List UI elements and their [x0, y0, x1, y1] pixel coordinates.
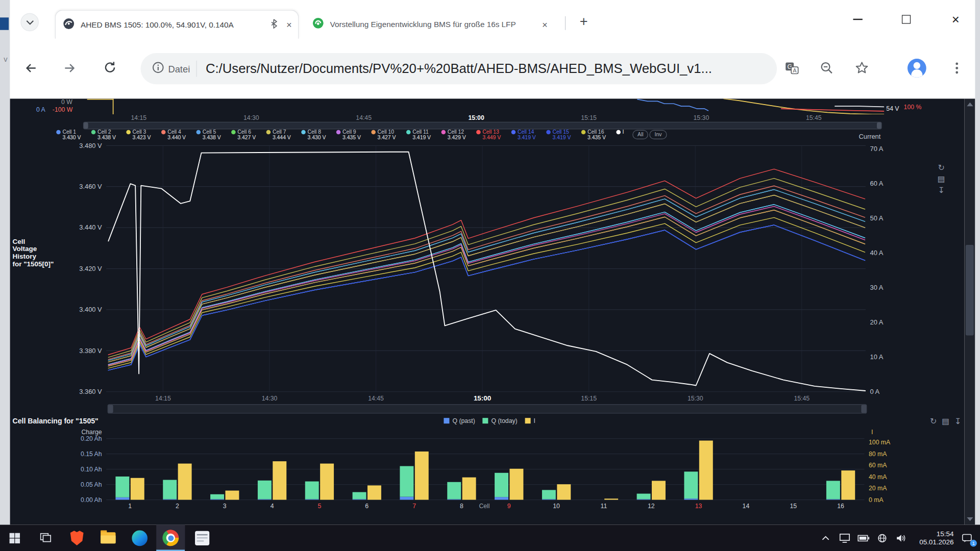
avatar-icon: [907, 58, 927, 78]
editor-app-button[interactable]: [187, 525, 216, 551]
file-explorer-button[interactable]: [94, 525, 122, 551]
scroll-up-arrow[interactable]: [967, 103, 973, 106]
svg-text:14:30: 14:30: [262, 395, 278, 402]
speaker-icon: [896, 534, 905, 542]
refresh-icon[interactable]: ↻: [930, 417, 937, 425]
legend-item-i[interactable]: I: [616, 129, 632, 135]
tray-expand-button[interactable]: [818, 525, 834, 551]
legend-value: 3.438 V: [203, 135, 221, 140]
svg-text:15:45: 15:45: [794, 395, 810, 402]
forward-button[interactable]: [58, 58, 81, 80]
svg-text:0.05 Ah: 0.05 Ah: [81, 481, 102, 488]
report-icon[interactable]: ▤: [938, 175, 945, 183]
chrome-icon: [162, 530, 179, 546]
voltage-chart-svg[interactable]: 3.480 V3.460 V3.440 V3.420 V3.400 V3.380…: [0, 141, 980, 404]
tab-inactive-vorstellung[interactable]: Vorstellung Eigenentwicklung BMS für gro…: [304, 10, 554, 39]
slider-handle-left[interactable]: [84, 122, 88, 129]
legend-button-all[interactable]: All: [632, 130, 648, 139]
tab-search-button[interactable]: [20, 13, 39, 32]
tray-display-button[interactable]: [836, 525, 852, 551]
legend-dot: [126, 130, 131, 135]
bookmark-star-button[interactable]: [852, 59, 871, 78]
legend-item-cell-9[interactable]: Cell 93.435 V: [336, 129, 372, 140]
legend-dot: [371, 130, 376, 135]
new-tab-button[interactable]: +: [575, 13, 593, 31]
info-icon[interactable]: [152, 61, 164, 76]
legend-item-cell-8[interactable]: Cell 83.430 V: [301, 129, 336, 140]
menu-button[interactable]: [947, 59, 966, 78]
legend-item-cell-11[interactable]: Cell 113.419 V: [406, 129, 442, 140]
legend-item-cell-1[interactable]: Cell 13.430 V: [56, 129, 91, 140]
scroll-down-arrow[interactable]: [967, 517, 973, 521]
legend-item-cell-16[interactable]: Cell 163.435 V: [581, 129, 617, 140]
svg-text:3.460 V: 3.460 V: [79, 183, 102, 190]
taskbar: 15:54 05.01.2026 1: [0, 525, 980, 551]
balancing-chart-svg[interactable]: 0.20 Ah0.15 Ah0.10 Ah0.05 Ah0.00 Ah100 m…: [0, 426, 980, 516]
scrollbar-thumb[interactable]: [966, 245, 974, 336]
svg-text:0.00 Ah: 0.00 Ah: [81, 496, 102, 504]
legend-item-cell-6[interactable]: Cell 63.427 V: [231, 129, 266, 140]
taskbar-clock[interactable]: 15:54 05.01.2026: [911, 525, 953, 551]
mini-axis-label-100w: -100 W: [53, 106, 72, 113]
legend-value: 3.419 V: [518, 135, 536, 140]
svg-text:8: 8: [460, 503, 463, 510]
legend-button-inv[interactable]: Inv: [650, 130, 667, 139]
voltage-range-slider[interactable]: [108, 404, 867, 413]
slider-handle-right[interactable]: [877, 122, 881, 129]
tab-active-bms[interactable]: AHED BMS 1505: 100.0%, 54.901V, 0.140A ×: [55, 10, 299, 39]
legend-item-cell-13[interactable]: Cell 133.449 V: [476, 129, 511, 140]
legend-item-cell-15[interactable]: Cell 153.419 V: [546, 129, 581, 140]
globe-icon: [877, 533, 887, 542]
legend-item-cell-12[interactable]: Cell 123.429 V: [441, 129, 476, 140]
legend-item-cell-14[interactable]: Cell 143.419 V: [511, 129, 547, 140]
notification-center-button[interactable]: 1: [956, 525, 977, 551]
profile-avatar[interactable]: [906, 58, 928, 80]
legend-item-cell-4[interactable]: Cell 43.440 V: [161, 129, 197, 140]
current-axis-title: Current: [859, 133, 880, 140]
legend-item-cell-2[interactable]: Cell 23.438 V: [91, 129, 127, 140]
forward-icon: [62, 60, 77, 75]
tab-close-button[interactable]: ×: [280, 20, 298, 29]
balancing-legend-item-i[interactable]: I: [525, 417, 535, 424]
minimize-button[interactable]: [843, 0, 873, 39]
slider-handle-left[interactable]: [108, 405, 113, 413]
window-close-button[interactable]: ×: [940, 0, 971, 39]
svg-text:40 mA: 40 mA: [869, 473, 887, 481]
chrome-browser-button[interactable]: [156, 525, 185, 551]
edge-browser-button[interactable]: [125, 525, 154, 551]
balancing-legend-item-q-past-[interactable]: Q (past): [444, 417, 475, 424]
svg-text:100 mA: 100 mA: [869, 439, 891, 446]
refresh-icon[interactable]: ↻: [938, 164, 945, 172]
address-bar[interactable]: Datei C:/Users/Nutzer/Documents/PV%20+%2…: [141, 53, 777, 84]
back-button[interactable]: [20, 58, 42, 80]
legend-item-cell-5[interactable]: Cell 53.438 V: [196, 129, 231, 140]
brave-browser-button[interactable]: [62, 525, 91, 551]
report-icon[interactable]: ▤: [942, 417, 949, 425]
svg-text:2: 2: [176, 503, 179, 510]
maximize-button[interactable]: [891, 0, 921, 39]
download-icon[interactable]: ↧: [954, 417, 961, 425]
task-view-button[interactable]: [31, 525, 60, 551]
mini-chart-svg[interactable]: [0, 98, 980, 114]
balancing-legend-item-q-today-[interactable]: Q (today): [482, 417, 517, 424]
tray-volume-button[interactable]: [893, 525, 909, 551]
svg-text:13: 13: [695, 503, 702, 510]
tab-divider: [565, 16, 566, 30]
legend-item-cell-10[interactable]: Cell 103.427 V: [371, 129, 406, 140]
translate-button[interactable]: GA: [782, 59, 801, 78]
strip-time-axis: 14:1514:3014:4515:0015:1515:3015:45: [0, 114, 980, 122]
zoom-out-button[interactable]: [818, 59, 837, 78]
notification-badge: 1: [970, 540, 976, 546]
tray-battery-button[interactable]: [855, 525, 871, 551]
reload-button[interactable]: [99, 58, 121, 80]
tray-network-button[interactable]: [874, 525, 890, 551]
download-icon[interactable]: ↧: [938, 186, 945, 194]
slider-handle-right[interactable]: [861, 405, 866, 413]
tab-close-button[interactable]: ×: [536, 20, 554, 29]
legend-item-cell-7[interactable]: Cell 73.444 V: [266, 129, 302, 140]
svg-text:14:45: 14:45: [368, 395, 384, 402]
page-scrollbar[interactable]: [964, 98, 975, 524]
start-button[interactable]: [0, 525, 29, 551]
legend-item-cell-3[interactable]: Cell 33.423 V: [126, 129, 161, 140]
legend-name: Q (today): [492, 417, 518, 424]
